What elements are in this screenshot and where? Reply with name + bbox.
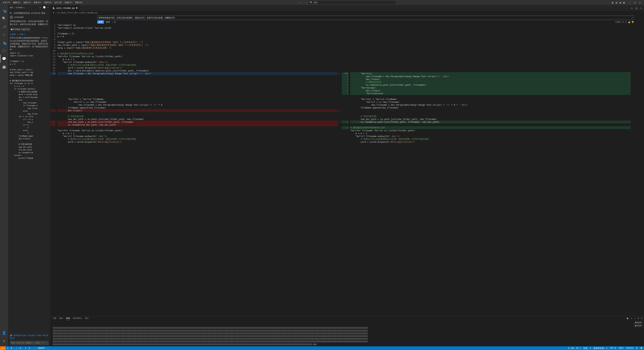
activity-settings[interactable]: ⚙ bbox=[0, 337, 8, 345]
search-placeholder: 搜索 bbox=[314, 1, 318, 4]
username: Coldin04 bbox=[14, 16, 23, 19]
search-icon: 🔍 bbox=[310, 1, 312, 4]
tab-auto-rename[interactable]: 🐍 auto_rename.py bbox=[50, 5, 80, 11]
activity-chat[interactable]: 💬 bbox=[0, 55, 8, 63]
copilot-icon: ⬢ bbox=[11, 28, 12, 31]
accept-button[interactable]: 接受 bbox=[97, 20, 104, 24]
history-icon[interactable]: 🕓 bbox=[43, 6, 46, 9]
send-icon[interactable]: ➤ bbox=[42, 342, 43, 344]
intro-text: 库。你还需要提前安装 win32com 模块。 bbox=[10, 12, 49, 14]
terminal-pwsh[interactable]: ▣pwsh bbox=[634, 321, 643, 324]
remote-icon[interactable]: ⟷ bbox=[0, 346, 6, 350]
ellipsis-icon[interactable]: ⋯ bbox=[640, 7, 642, 9]
cursor-position[interactable]: 行 60, 列 1 bbox=[567, 347, 582, 350]
language[interactable]: Python bbox=[625, 347, 635, 350]
menu-go[interactable]: 转到(G) bbox=[43, 1, 53, 4]
panel-add-icon[interactable]: ＋ bbox=[630, 317, 632, 320]
inline-chat-input[interactable] bbox=[98, 16, 632, 19]
breadcrumb[interactable]: E : zz_back_first_doc > auto_rename.py bbox=[50, 11, 644, 14]
new-chat-icon[interactable]: ＋ bbox=[39, 6, 41, 9]
diff-editor[interactable]: 123456789101112131415161718––– "kw">impo… bbox=[50, 24, 644, 316]
layout-left-icon[interactable]: ◧ bbox=[612, 1, 613, 4]
thumbs-down-icon[interactable]: 👎 bbox=[632, 21, 634, 23]
layout-right-icon[interactable]: ◨ bbox=[620, 1, 621, 4]
layout-custom-icon[interactable]: ▦ bbox=[623, 1, 624, 4]
references-link[interactable]: 已使用 1 引用 > bbox=[10, 33, 49, 36]
chat-sidebar: 聊天: GITHUB C... ＋ 🕓 ⋯ 库。你还需要提前安装 win32co… bbox=[8, 5, 50, 346]
bell-icon[interactable]: 🔔 bbox=[639, 347, 644, 350]
tab-terminal[interactable]: 终端 bbox=[66, 317, 70, 320]
panel-down-icon[interactable]: ⌄ bbox=[634, 317, 636, 320]
run-icon[interactable]: ▷ bbox=[632, 7, 633, 9]
status-errors[interactable]: ⊘ 0 bbox=[6, 347, 15, 349]
sidebar-title: 聊天: GITHUB C... bbox=[10, 6, 39, 9]
minimize-icon[interactable]: — bbox=[629, 1, 630, 4]
thumbs-up-icon[interactable]: 👍 bbox=[628, 21, 630, 23]
ext-badge: 1 bbox=[4, 42, 6, 45]
spaces[interactable]: 空格: 2 bbox=[582, 347, 592, 350]
menu-terminal[interactable]: 终端(T) bbox=[64, 1, 74, 4]
user-message: 请帮助我修改代码。当无法读出标题时，则跳过文件。如果可以读出标题，则删除文件 bbox=[10, 20, 49, 26]
titlebar: 文件(F) 编辑(E) 选择(S) 查看(V) 转到(G) 运行(R) 终端(T… bbox=[0, 0, 644, 5]
activity-copilot[interactable]: 🤖 bbox=[0, 63, 8, 71]
nav-back-icon[interactable]: ← bbox=[300, 1, 302, 4]
menu-help[interactable]: 帮助(H) bbox=[74, 1, 84, 4]
encoding[interactable]: UTF-8 bbox=[608, 347, 617, 350]
menu-view[interactable]: 查看(V) bbox=[32, 1, 43, 4]
menu-file[interactable]: 文件(F) bbox=[1, 1, 12, 4]
send-icon[interactable]: ➤ bbox=[632, 16, 633, 19]
activity-debug[interactable]: ▷ bbox=[0, 30, 8, 38]
menu-run[interactable]: 运行(R) bbox=[53, 1, 64, 4]
tab-debug-console[interactable]: 调试控制台 bbox=[73, 317, 82, 320]
explorer-badge: 1 bbox=[4, 10, 6, 13]
inline-chat: ➤ 接受 放弃 ⌄ ⟳ 已更改 23 行 👍 👎 bbox=[97, 15, 634, 24]
tab-size[interactable]: 制表符长度: 2 bbox=[592, 347, 609, 350]
panel-max-icon[interactable]: ⇱ bbox=[638, 317, 639, 320]
tab-problems[interactable]: 问题 bbox=[53, 317, 56, 320]
dropdown-icon[interactable]: ⌄ bbox=[112, 21, 113, 23]
status-bar: ⟷ ⊘ 0 ⚠ 0 ↯ 0 -- INSERT -- 行 60, 列 1 空格:… bbox=[0, 346, 644, 350]
activity-account[interactable]: 👤 bbox=[0, 329, 8, 337]
tab-ports[interactable]: 端口 bbox=[85, 317, 89, 320]
activity-ext[interactable]: ⊞1 bbox=[0, 38, 8, 47]
tab-output[interactable]: 输出 bbox=[59, 317, 63, 320]
activity-search[interactable]: 🔍 bbox=[0, 14, 8, 22]
nav-forward-icon[interactable]: → bbox=[306, 1, 307, 4]
assistant-message: 你可以在读取文档标题的时候添加一个try-except块来处理可能出现的错误。如… bbox=[10, 36, 49, 51]
activity-bar: 🗂1 🔍 ⎇ ▷ ⊞1 🖵 💬 🤖 👤 ⚙ bbox=[0, 5, 8, 346]
panel-close-icon[interactable]: ✕ bbox=[641, 317, 642, 320]
vim-mode: -- INSERT -- bbox=[33, 347, 50, 349]
activity-remote[interactable]: 🖵 bbox=[0, 47, 8, 55]
terminal-code[interactable]: ▣Code bbox=[634, 324, 643, 327]
refresh-icon[interactable]: ⟳ bbox=[114, 21, 116, 23]
dirty-indicator bbox=[76, 7, 77, 8]
maximize-icon[interactable]: ▢ bbox=[634, 1, 636, 4]
chat-input[interactable]: 询问 Copilot 或键入 / 以获 ➤ bbox=[10, 341, 49, 345]
activity-explorer[interactable]: 🗂1 bbox=[0, 6, 8, 14]
change-status: 已更改 23 行 bbox=[615, 21, 627, 23]
user-avatar bbox=[10, 15, 13, 19]
split-icon[interactable]: ◫ bbox=[636, 7, 637, 9]
status-warnings[interactable]: ⚠ 0 bbox=[15, 347, 24, 349]
terminal-body[interactable]: 1111111111111111111111111111111111111111… bbox=[50, 321, 644, 346]
minimap[interactable] bbox=[630, 24, 644, 316]
menu-select[interactable]: 选择(S) bbox=[22, 1, 32, 4]
layout-bottom-icon[interactable]: ⬓ bbox=[616, 1, 617, 4]
eol[interactable]: CRLF bbox=[618, 347, 625, 350]
copilot-label: ⬢ GitHub Copilot bbox=[10, 27, 31, 31]
more-icon[interactable]: ⋯ bbox=[47, 6, 49, 9]
panel: 问题 输出 终端 调试控制台 端口 ▦ ＋ ⌄ ⇱ ✕ ▣pwsh ▣Code … bbox=[50, 316, 644, 346]
close-icon[interactable]: ✕ bbox=[639, 1, 641, 4]
activity-scm[interactable]: ⎇ bbox=[0, 22, 8, 30]
tab-bar: 🐍 auto_rename.py ▷ ◫ ⋯ bbox=[50, 5, 644, 11]
panel-layout-icon[interactable]: ▦ bbox=[627, 317, 628, 320]
python-icon: 🐍 bbox=[52, 7, 55, 9]
menu-bar: 文件(F) 编辑(E) 选择(S) 查看(V) 转到(G) 运行(R) 终端(T… bbox=[0, 1, 84, 4]
command-center[interactable]: 🔍 搜索 bbox=[309, 1, 396, 4]
menu-edit[interactable]: 编辑(E) bbox=[12, 1, 22, 4]
reject-button[interactable]: 放弃 bbox=[105, 20, 111, 24]
link-open-file[interactable]: 🔗 如何在Visual Studio Code 中打开文件? bbox=[10, 334, 49, 340]
panel-tabs: 问题 输出 终端 调试控制台 端口 bbox=[50, 316, 644, 321]
status-ports[interactable]: ↯ 0 bbox=[24, 347, 33, 349]
feedback-icon[interactable]: ☻ bbox=[635, 347, 639, 350]
